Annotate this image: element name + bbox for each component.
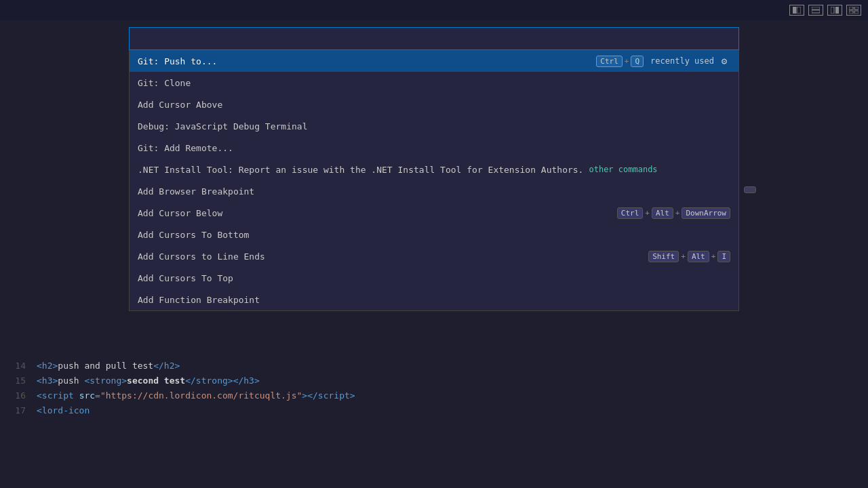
- svg-rect-1: [797, 7, 801, 14]
- layout-icon-2[interactable]: [808, 5, 823, 16]
- code-line-16: 16 <script src="https://cdn.lordicon.com…: [0, 388, 868, 403]
- result-label-git-add-remote: Git: Add Remote...: [138, 143, 233, 153]
- result-item-add-browser-breakpoint[interactable]: Add Browser Breakpoint: [130, 180, 738, 202]
- result-label-add-cursor-below: Add Cursor Below: [138, 208, 222, 218]
- key-badge: DownArrow: [682, 207, 730, 219]
- result-label-dotnet-install-tool: .NET Install Tool: Report an issue with …: [138, 165, 583, 175]
- result-item-add-cursor-above[interactable]: Add Cursor Above: [130, 94, 738, 115]
- svg-rect-6: [849, 7, 853, 9]
- result-label-add-cursors-to-bottom: Add Cursors To Bottom: [138, 230, 249, 240]
- key-badge: Shift: [648, 251, 679, 262]
- recently-used-label: recently used: [650, 56, 714, 66]
- result-item-left-git-push-to: Git: Push to...: [138, 56, 596, 66]
- result-item-add-function-breakpoint[interactable]: Add Function Breakpoint: [130, 289, 738, 310]
- result-item-left-git-clone: Git: Clone: [138, 78, 730, 88]
- result-item-add-cursor-below[interactable]: Add Cursor BelowCtrl+Alt+DownArrow: [130, 202, 738, 224]
- svg-rect-0: [793, 7, 796, 14]
- key-badge: Ctrl: [617, 207, 644, 219]
- key-sep: +: [645, 209, 650, 218]
- key-badge: Q: [631, 56, 644, 67]
- key-sep: +: [625, 57, 629, 66]
- code-editor-lines: 14 <h2>push and pull test</h2> 15 <h3>pu…: [0, 352, 868, 488]
- layout-icon-4[interactable]: [846, 5, 861, 16]
- result-item-dotnet-install-tool[interactable]: .NET Install Tool: Report an issue with …: [130, 159, 738, 180]
- result-label-add-cursors-to-line-ends: Add Cursors to Line Ends: [138, 251, 265, 262]
- gear-icon[interactable]: ⚙: [718, 55, 730, 67]
- svg-rect-8: [849, 11, 853, 14]
- result-item-left-dotnet-install-tool: .NET Install Tool: Report an issue with …: [138, 165, 730, 175]
- result-label-add-browser-breakpoint: Add Browser Breakpoint: [138, 186, 254, 197]
- result-item-add-cursors-to-line-ends[interactable]: Add Cursors to Line EndsShift+Alt+I: [130, 245, 738, 267]
- keybinding-ctrl-q: Ctrl+Q: [596, 56, 644, 67]
- results-list: Git: Push to...Ctrl+Qrecently used⚙Git: …: [129, 50, 739, 311]
- svg-rect-9: [854, 11, 859, 14]
- result-label-add-function-breakpoint: Add Function Breakpoint: [138, 295, 260, 305]
- result-item-left-add-cursors-to-line-ends: Add Cursors to Line Ends: [138, 251, 648, 262]
- result-label-add-cursors-to-top: Add Cursors To Top: [138, 273, 233, 283]
- svg-rect-5: [835, 7, 839, 14]
- code-line-17: 17 <lord-icon: [0, 403, 868, 418]
- result-label-debug-js-terminal: Debug: JavaScript Debug Terminal: [138, 121, 307, 131]
- key-sep: +: [675, 209, 680, 218]
- key-badge: Alt: [688, 251, 709, 262]
- result-item-debug-js-terminal[interactable]: Debug: JavaScript Debug Terminal: [130, 115, 738, 137]
- command-palette-search-box[interactable]: [129, 27, 739, 50]
- result-item-left-add-cursor-above: Add Cursor Above: [138, 100, 730, 110]
- keybinding-add-cursors-to-line-ends: Shift+Alt+I: [648, 251, 730, 262]
- other-commands-badge: other commands: [589, 165, 657, 174]
- result-item-right-add-cursors-to-line-ends: Shift+Alt+I: [648, 251, 730, 262]
- keybinding-add-cursor-below: Ctrl+Alt+DownArrow: [617, 207, 730, 219]
- svg-rect-2: [812, 7, 820, 9]
- result-label-add-cursor-above: Add Cursor Above: [138, 100, 222, 110]
- result-item-git-push-to[interactable]: Git: Push to...Ctrl+Qrecently used⚙: [130, 50, 738, 72]
- result-item-git-clone[interactable]: Git: Clone: [130, 72, 738, 94]
- svg-rect-3: [812, 10, 820, 13]
- result-item-left-add-cursors-to-bottom: Add Cursors To Bottom: [138, 230, 730, 240]
- result-item-left-add-browser-breakpoint: Add Browser Breakpoint: [138, 186, 730, 197]
- result-item-right-git-push-to: Ctrl+Qrecently used⚙: [596, 55, 730, 67]
- title-bar: [0, 0, 868, 20]
- result-label-git-clone: Git: Clone: [138, 78, 191, 88]
- code-line-14: 14 <h2>push and pull test</h2>: [0, 358, 868, 373]
- result-item-left-add-cursor-below: Add Cursor Below: [138, 208, 617, 218]
- svg-rect-4: [831, 7, 834, 14]
- svg-rect-7: [854, 7, 859, 9]
- title-bar-controls: [789, 5, 861, 16]
- result-item-left-add-function-breakpoint: Add Function Breakpoint: [138, 295, 730, 305]
- result-item-right-add-cursor-below: Ctrl+Alt+DownArrow: [617, 207, 730, 219]
- result-item-left-git-add-remote: Git: Add Remote...: [138, 143, 730, 153]
- result-item-left-debug-js-terminal: Debug: JavaScript Debug Terminal: [138, 121, 730, 131]
- key-badge: Ctrl: [596, 56, 623, 67]
- layout-icon-1[interactable]: [789, 5, 804, 16]
- result-item-git-add-remote[interactable]: Git: Add Remote...: [130, 137, 738, 159]
- recently-used-area: Ctrl+Qrecently used⚙: [596, 55, 730, 67]
- result-item-add-cursors-to-bottom[interactable]: Add Cursors To Bottom: [130, 224, 738, 245]
- key-sep: +: [711, 252, 716, 261]
- command-palette: Git: Push to...Ctrl+Qrecently used⚙Git: …: [129, 27, 739, 311]
- command-palette-input[interactable]: [140, 33, 730, 44]
- layout-icon-3[interactable]: [827, 5, 842, 16]
- result-item-add-cursors-to-top[interactable]: Add Cursors To Top: [130, 267, 738, 289]
- result-item-left-add-cursors-to-top: Add Cursors To Top: [138, 273, 730, 283]
- key-badge: I: [717, 251, 730, 262]
- result-label-git-push-to: Git: Push to...: [138, 56, 217, 66]
- key-sep: +: [681, 252, 686, 261]
- code-line-15: 15 <h3>push <strong>second test</strong>…: [0, 373, 868, 388]
- key-badge: Alt: [652, 207, 673, 219]
